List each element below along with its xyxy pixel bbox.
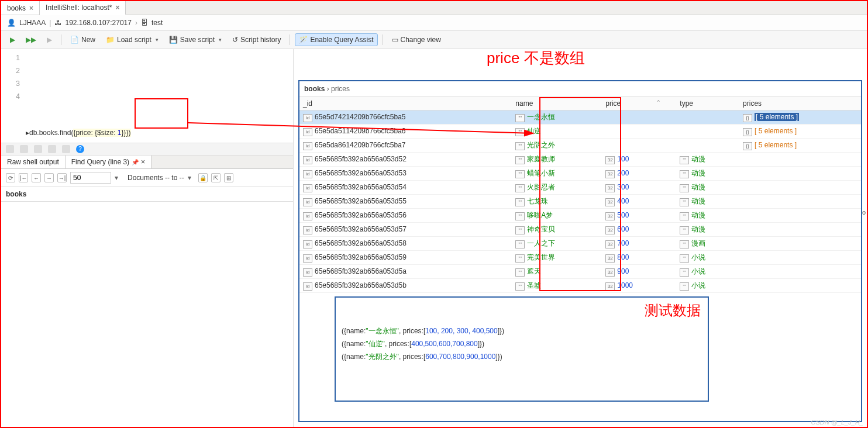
column-header[interactable]: type	[676, 97, 739, 111]
next-page-icon[interactable]: →	[44, 173, 54, 182]
pin-icon[interactable]: 📌	[132, 159, 139, 165]
run-button[interactable]: ▶	[6, 33, 19, 46]
script-history-button[interactable]: ↺Script history	[228, 33, 285, 46]
test-data-title: 测试数据	[645, 301, 701, 320]
tab-books[interactable]: books×	[1, 1, 40, 15]
tab-bar: books× IntelliShell: localhost*×	[1, 1, 867, 15]
host-label: 192.168.0.107:27017	[65, 19, 131, 27]
tab-find-query[interactable]: Find Query (line 3) 📌×	[66, 156, 151, 168]
table-row[interactable]: id65e5685fb392ab656a053d5a ""遮天 32900 ""…	[299, 265, 861, 279]
view-icon[interactable]: ⊞	[224, 173, 233, 182]
column-header[interactable]: price⌃	[602, 97, 676, 111]
table-row[interactable]: id65e5685fb392ab656a053d5b ""圣墟 321000 "…	[299, 279, 861, 293]
change-view-button[interactable]: ▭Change view	[388, 33, 445, 46]
close-icon[interactable]: ×	[29, 4, 33, 12]
table-row[interactable]: id65e5d74214209b766cfc5ba5 ""一念永恒 [][ 5 …	[299, 111, 861, 125]
user-icon: 👤	[7, 19, 16, 27]
page-size-input[interactable]	[70, 172, 111, 184]
seg-icon[interactable]	[62, 145, 70, 153]
first-page-icon[interactable]: |←	[19, 173, 28, 182]
editor-status-bar: ?	[1, 143, 293, 156]
table-row[interactable]: id65e5685fb392ab656a053d54 ""火影忍者 32300 …	[299, 181, 861, 195]
table-row[interactable]: id65e5685fb392ab656a053d59 ""完美世界 32800 …	[299, 251, 861, 265]
tab-raw-output[interactable]: Raw shell output	[1, 156, 66, 168]
docs-count: Documents -- to --	[128, 174, 184, 182]
lock-icon[interactable]: 🔒	[198, 173, 208, 182]
code-editor[interactable]: 1234 ▸db.books.find({price: {$size: 1}}}…	[1, 49, 293, 143]
result-collection: books	[1, 187, 293, 202]
user-label: LJHAAA	[19, 19, 46, 27]
debug-button[interactable]: ▶	[43, 33, 56, 46]
help-icon[interactable]: ?	[76, 145, 84, 153]
enable-query-assist-button[interactable]: 🪄Enable Query Assist	[295, 33, 377, 46]
breadcrumb: books › prices	[299, 81, 861, 97]
column-header[interactable]: prices	[739, 97, 861, 111]
save-script-button[interactable]: 💾Save script	[165, 33, 226, 46]
table-row[interactable]: id65e5685fb392ab656a053d58 ""一人之下 32700 …	[299, 237, 861, 251]
watermark: CSDN @_L_J_H_	[811, 419, 863, 426]
load-script-button[interactable]: 📁Load script	[102, 33, 163, 46]
column-header[interactable]: name	[512, 97, 602, 111]
seg-icon[interactable]	[34, 145, 42, 153]
table-row[interactable]: id65e5685fb392ab656a053d57 ""神奇宝贝 32600 …	[299, 223, 861, 237]
export-icon[interactable]: ⇱	[211, 173, 221, 182]
table-row[interactable]: id65e5da8614209b766cfc5ba7 ""光阴之外 [][ 5 …	[299, 139, 861, 153]
prev-page-icon[interactable]: ←	[32, 173, 41, 182]
tab-intellishell[interactable]: IntelliShell: localhost*×	[40, 1, 126, 15]
refresh-icon[interactable]: ⟳	[6, 173, 15, 182]
table-row[interactable]: id65e5685fb392ab656a053d52 ""家庭教师 32100 …	[299, 153, 861, 167]
table-row[interactable]: id65e5da5114209b766cfc5ba6 ""仙逆 [][ 5 el…	[299, 125, 861, 139]
close-icon[interactable]: ×	[141, 158, 145, 166]
table-row[interactable]: id65e5685fb392ab656a053d56 ""哆啦A梦 32500 …	[299, 209, 861, 223]
seg-icon[interactable]	[48, 145, 56, 153]
result-tabs: Raw shell output Find Query (line 3) 📌×	[1, 156, 293, 169]
new-button[interactable]: 📄New	[66, 33, 99, 46]
test-data-box: 测试数据 ({name:"一念永恒", prices:[100, 200, 30…	[335, 296, 709, 402]
result-nav: ⟳ |← ← → →| ▾ Documents -- to -- ▾ 🔒 ⇱ ⊞	[1, 169, 293, 187]
run-all-button[interactable]: ▶▶	[22, 33, 40, 46]
table-row[interactable]: id65e5685fb392ab656a053d55 ""七龙珠 32400 "…	[299, 195, 861, 209]
server-icon: 🖧	[54, 19, 61, 27]
results-table: _idnameprice⌃typeprices id65e5d74214209b…	[299, 97, 861, 293]
seg-icon[interactable]	[20, 145, 28, 153]
last-page-icon[interactable]: →|	[57, 173, 67, 182]
database-icon: 🗄	[141, 19, 148, 27]
connection-bar: 👤 LJHAAA | 🖧 192.168.0.107:27017 › 🗄 tes…	[1, 15, 867, 31]
column-header[interactable]: _id	[299, 97, 512, 111]
annotation-price-not-array: price 不是数组	[487, 48, 585, 68]
db-label: test	[151, 19, 163, 27]
table-row[interactable]: id65e5685fb392ab656a053d53 ""蜡笔小新 32200 …	[299, 167, 861, 181]
seg-icon[interactable]	[6, 145, 14, 153]
toolbar: ▶ ▶▶ ▶ 📄New 📁Load script 💾Save script ↺S…	[1, 31, 867, 49]
close-icon[interactable]: ×	[115, 4, 119, 12]
